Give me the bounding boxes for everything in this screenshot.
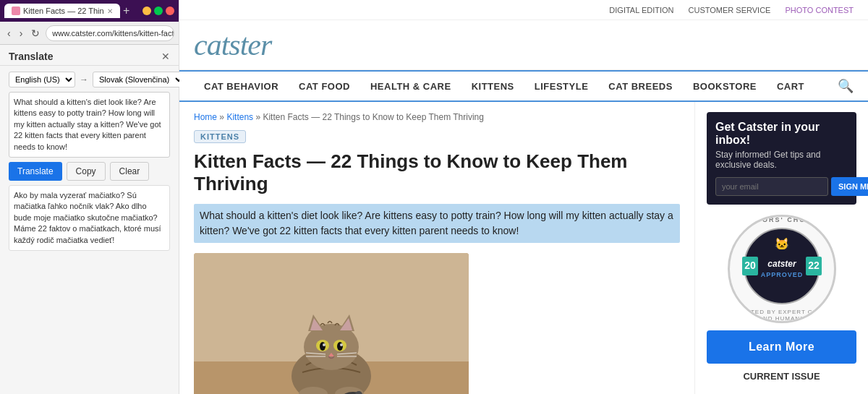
learn-more-button[interactable]: Learn More (707, 330, 856, 364)
nav-item-kittens[interactable]: KITTENS (461, 70, 524, 102)
breadcrumb-sep2: » (255, 112, 260, 122)
copy-button[interactable]: Copy (67, 162, 106, 181)
nav-label-health-care: HEALTH & CARE (370, 81, 451, 92)
nav-item-lifestyle[interactable]: LIFESTYLE (524, 70, 599, 102)
active-tab[interactable]: Kitten Facts — 22 Things to... ✕ (4, 4, 120, 18)
editors-choice-text: EDITORS' CHOICE (742, 216, 821, 223)
signup-button[interactable]: SIGN ME UP (831, 177, 868, 196)
email-row: SIGN ME UP (715, 177, 848, 196)
badge-svg: 🐱 catster APPROVED 20 22 (742, 226, 822, 306)
breadcrumb-home[interactable]: Home (194, 112, 217, 122)
digital-edition-link[interactable]: DIGITAL EDITION (609, 6, 673, 14)
translate-button[interactable]: Translate (9, 162, 62, 181)
breadcrumb-sep1: » (219, 112, 224, 122)
from-language-select[interactable]: English (US) (9, 72, 75, 87)
url-text: www.catster.com/kittens/kitten-facts-thi… (52, 29, 174, 38)
translated-output-text: Ako by mala vyzerať mačiatko? Sú mačiatk… (9, 185, 170, 251)
customer-service-link[interactable]: CUSTOMER SERVICE (689, 6, 771, 14)
current-issue-label: CURRENT ISSUE (743, 371, 820, 382)
tab-favicon (12, 7, 20, 15)
nav-item-cat-breeds[interactable]: CAT BREEDS (598, 70, 683, 102)
tab-label: Kitten Facts — 22 Things to... (23, 7, 104, 15)
to-language-select[interactable]: Slovak (Slovenčina) (93, 72, 185, 87)
clear-button[interactable]: Clear (110, 162, 150, 181)
page-layout: Home » Kittens » Kitten Facts — 22 Thing… (179, 102, 868, 394)
svg-point-14 (340, 343, 343, 346)
svg-text:APPROVED: APPROVED (760, 271, 803, 278)
nav-item-cat-food[interactable]: CAT FOOD (289, 70, 360, 102)
breadcrumb-kittens[interactable]: Kittens (226, 112, 253, 122)
breadcrumb-current: Kitten Facts — 22 Things to Know to Keep… (263, 112, 484, 122)
breadcrumb: Home » Kittens » Kitten Facts — 22 Thing… (194, 112, 680, 122)
sidebar-close-button[interactable]: ✕ (161, 51, 170, 62)
tab-close-btn[interactable]: ✕ (107, 7, 113, 15)
nav-item-cart[interactable]: CART (767, 70, 814, 102)
editors-choice-badge: EDITORS' CHOICE 🐱 catster APPROVED (728, 215, 836, 323)
logo-bar: catster (179, 20, 868, 70)
article-area: Home » Kittens » Kitten Facts — 22 Thing… (179, 102, 694, 394)
nav-label-cart: CART (777, 81, 804, 92)
editors-choice-section: EDITORS' CHOICE 🐱 catster APPROVED (707, 215, 856, 382)
address-bar[interactable]: www.catster.com/kittens/kitten-facts-thi… (46, 25, 174, 41)
sidebar-header: Translate ✕ (0, 45, 179, 66)
catster-logo[interactable]: catster (194, 27, 271, 62)
left-panel: Kitten Facts — 22 Things to... ✕ + ‹ › ↻… (0, 0, 179, 394)
svg-text:catster: catster (767, 259, 797, 269)
svg-text:22: 22 (808, 260, 820, 271)
newsletter-title: Get Catster in your inbox! (715, 121, 848, 147)
translate-panel: Translate ✕ English (US) → Slovak (Slove… (0, 45, 179, 394)
search-icon[interactable]: 🔍 (838, 78, 854, 94)
right-sidebar: Get Catster in your inbox! Stay informed… (694, 102, 868, 394)
nav-label-bookstore: BOOKSTORE (693, 81, 757, 92)
maximize-btn[interactable] (154, 7, 163, 15)
window-controls (142, 7, 174, 15)
nav-item-health-care[interactable]: HEALTH & CARE (360, 70, 461, 102)
minimize-btn[interactable] (142, 7, 151, 15)
utility-bar: DIGITAL EDITION CUSTOMER SERVICE PHOTO C… (179, 0, 868, 20)
back-button[interactable]: ‹ (4, 26, 14, 40)
kittens-badge[interactable]: KITTENS (194, 130, 246, 143)
tab-bar: Kitten Facts — 22 Things to... ✕ + (4, 4, 138, 18)
article-intro: What should a kitten's diet look like? A… (194, 204, 680, 243)
svg-point-11 (320, 342, 326, 351)
translate-buttons: Translate Copy Clear (9, 162, 170, 181)
nav-label-cat-behavior: CAT BEHAVIOR (204, 81, 278, 92)
svg-text:20: 20 (744, 260, 756, 271)
language-arrow-icon: → (80, 74, 88, 85)
email-input[interactable] (715, 177, 828, 196)
browser-chrome: Kitten Facts — 22 Things to... ✕ + (0, 0, 179, 22)
close-btn[interactable] (166, 7, 174, 15)
nav-item-cat-behavior[interactable]: CAT BEHAVIOR (194, 70, 289, 102)
nav-label-cat-food: CAT FOOD (299, 81, 350, 92)
kitten-photo (194, 253, 469, 394)
svg-point-12 (337, 342, 343, 351)
newsletter-subtitle: Stay informed! Get tips and exclusive de… (715, 150, 848, 170)
nav-label-lifestyle: LIFESTYLE (535, 81, 589, 92)
language-row: English (US) → Slovak (Slovenčina) (9, 72, 170, 87)
article-image (194, 253, 469, 394)
sidebar-title: Translate (9, 51, 53, 62)
photo-contest-link[interactable]: PHOTO CONTEST (785, 6, 854, 14)
navigation-bar: CAT BEHAVIOR CAT FOOD HEALTH & CARE KITT… (179, 70, 868, 102)
badge-bottom-text: TESTED BY EXPERT CATS AND HUMANS (737, 309, 827, 322)
translate-input-text[interactable]: What should a kitten's diet look like? A… (9, 92, 170, 158)
svg-point-13 (323, 343, 326, 346)
nav-label-cat-breeds: CAT BREEDS (608, 81, 673, 92)
translate-section: English (US) → Slovak (Slovenčina) What … (0, 66, 179, 257)
nav-item-bookstore[interactable]: BOOKSTORE (683, 70, 767, 102)
new-tab-btn[interactable]: + (123, 4, 129, 17)
article-title: Kitten Facts — 22 Things to Know to Keep… (194, 150, 680, 195)
newsletter-box: Get Catster in your inbox! Stay informed… (707, 112, 856, 205)
svg-text:🐱: 🐱 (775, 237, 789, 251)
refresh-button[interactable]: ↻ (28, 26, 43, 40)
nav-label-kittens: KITTENS (472, 81, 514, 92)
main-content: DIGITAL EDITION CUSTOMER SERVICE PHOTO C… (179, 0, 868, 394)
forward-button[interactable]: › (17, 26, 26, 40)
browser-toolbar: ‹ › ↻ www.catster.com/kittens/kitten-fac… (0, 22, 179, 45)
